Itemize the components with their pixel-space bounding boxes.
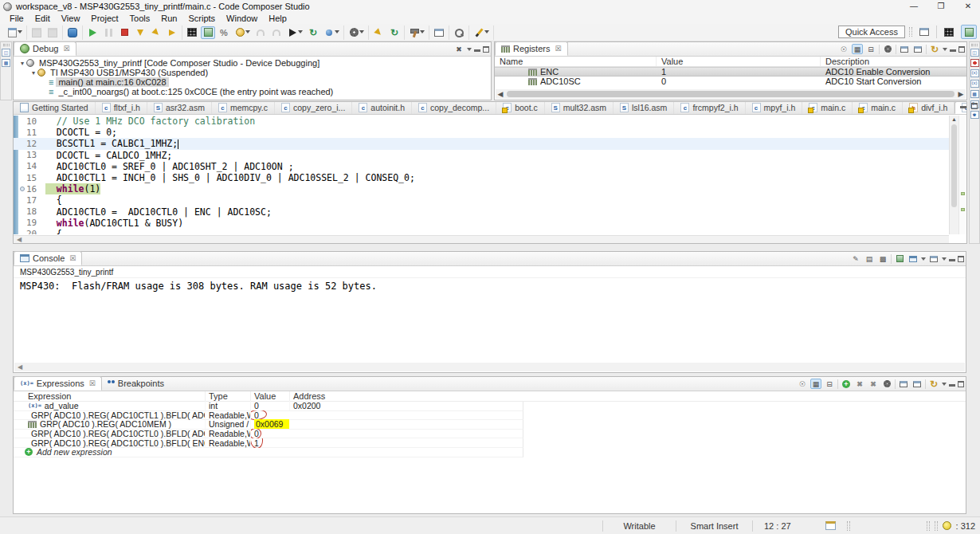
tree-mode-icon[interactable]: ▦ — [852, 44, 863, 54]
minimize-editor-icon[interactable] — [960, 106, 966, 108]
build-hammer-icon[interactable] — [407, 26, 421, 39]
remove-all-expressions-icon[interactable]: ✖ — [868, 379, 879, 389]
pin-view-icon[interactable]: ☉ — [838, 44, 849, 54]
redo-step-icon[interactable]: ↻ — [387, 26, 402, 39]
restore-pane-icon[interactable]: ◫ — [970, 49, 979, 57]
console-window-icon[interactable] — [432, 26, 446, 39]
refresh-registers-icon[interactable] — [882, 44, 893, 54]
menu-file[interactable]: File — [4, 14, 29, 23]
close-icon[interactable]: ☒ — [555, 45, 561, 53]
import-icon[interactable] — [898, 379, 909, 389]
code-line[interactable]: 16 while(1) — [14, 183, 949, 194]
terminate-icon[interactable] — [117, 26, 131, 39]
debug-tree-item[interactable]: ▾MSP430G2553_tiny_printf [Code Composer … — [15, 58, 491, 68]
clear-console-icon[interactable]: ✎ — [850, 253, 861, 264]
expression-row[interactable]: GRP( ADC10 ).REG( ADC10CTL1 ).BFLD( ADC1… — [14, 411, 523, 421]
code-line[interactable]: 14 ADC10CTL0 = SREF_0 | ADC10SHT_2 | ADC… — [14, 161, 949, 172]
expression-row[interactable]: GRP( ADC10 ).REG( ADC10CTL0 ).BFLD( ENC … — [14, 438, 523, 448]
editor-tab-copy-zero-i---[interactable]: ccopy_zero_i... — [275, 102, 352, 114]
ccs-debug-perspective-icon[interactable] — [961, 25, 977, 39]
menu-scripts[interactable]: Scripts — [182, 14, 221, 23]
save-all-icon[interactable] — [45, 26, 60, 39]
settings-gear-icon[interactable] — [347, 26, 361, 39]
strip-handle[interactable] — [971, 44, 978, 46]
maximize-editor-icon[interactable] — [971, 103, 978, 109]
maximize-view-icon[interactable] — [958, 381, 964, 387]
column-type[interactable]: Type — [205, 391, 250, 401]
close-icon[interactable]: ☒ — [63, 45, 69, 53]
minimize-view-icon[interactable] — [950, 49, 956, 52]
target-config-view-icon[interactable]: ♚ — [970, 111, 979, 119]
debug-tree-item[interactable]: ≡main() at main.c:16 0xC028 — [15, 77, 491, 87]
step-return-icon[interactable] — [165, 26, 179, 39]
editor-tab-lsl16-asm[interactable]: Slsl16.asm — [613, 102, 674, 114]
column-value[interactable]: Value — [657, 57, 821, 66]
strip-handle[interactable] — [3, 44, 10, 46]
tab-expressions[interactable]: (x)= Expressions ☒ — [14, 376, 102, 391]
menu-run[interactable]: Run — [155, 14, 182, 23]
maximize-view-icon[interactable] — [958, 46, 965, 53]
editor-tab-frcmpyf2-i-h[interactable]: cfrcmpyf2_i.h — [674, 102, 745, 114]
resume-icon[interactable] — [85, 26, 100, 39]
breakpoints-view-icon[interactable] — [970, 59, 979, 67]
save-icon[interactable] — [29, 26, 44, 39]
replay-icon[interactable] — [269, 26, 284, 39]
variables-view-icon[interactable]: (x) — [970, 69, 979, 77]
expression-row[interactable]: GRP( ADC10 ).REG( ADC10CTL0 ).BFLD( ADC1… — [14, 430, 523, 439]
step-over-icon[interactable] — [149, 26, 163, 39]
collapse-icon[interactable]: ▾ — [29, 69, 37, 77]
restore-pane-icon[interactable]: ◫ — [2, 49, 10, 57]
scroll-lock-icon[interactable]: ▤ — [864, 253, 875, 264]
editor-tab-mult32-asm[interactable]: Smult32.asm — [545, 102, 613, 114]
editor-tab-autoinit-h[interactable]: cautoinit.h — [352, 102, 412, 114]
column-value[interactable]: Value — [250, 391, 289, 401]
editor-overview-ruler[interactable] — [958, 116, 966, 234]
auto-update-icon[interactable]: ↻ — [928, 379, 939, 389]
menu-project[interactable]: Project — [85, 14, 123, 23]
auto-update-icon[interactable]: ↻ — [929, 44, 940, 54]
debug-config-icon[interactable] — [65, 26, 80, 39]
refresh-expressions-icon[interactable] — [881, 379, 892, 389]
heap-status-icon[interactable] — [943, 521, 951, 530]
minimize-view-icon[interactable] — [949, 259, 955, 261]
editor-tab-memcpy-c[interactable]: cmemcpy.c — [212, 102, 275, 114]
open-console-icon[interactable] — [928, 253, 939, 264]
column-expression[interactable]: Expression — [14, 391, 205, 401]
suspend-icon[interactable] — [101, 26, 116, 39]
close-icon[interactable]: ☒ — [69, 254, 76, 262]
debug-tree-item[interactable]: ▾TI MSP430 USB1/MSP430 (Suspended) — [15, 68, 491, 77]
link-with-editor-icon[interactable]: % — [217, 26, 231, 39]
display-console-menu-icon[interactable] — [921, 257, 926, 261]
editor-hscrollbar[interactable]: ◀ — [14, 235, 949, 243]
rewind-icon[interactable] — [253, 26, 268, 39]
minimize-view-icon[interactable] — [474, 49, 480, 52]
connect-target-icon[interactable] — [201, 26, 215, 39]
refresh-icon[interactable]: ↻ — [306, 26, 320, 39]
close-icon[interactable]: ☒ — [89, 379, 96, 387]
import-icon[interactable] — [899, 44, 910, 54]
layout-icon[interactable]: ▦ — [810, 379, 821, 389]
editor-tab-fltxf-i-h[interactable]: cfltxf_i.h — [96, 102, 147, 114]
pin-console-icon[interactable] — [894, 253, 905, 264]
code-line[interactable]: 10 // Use 1 MHz DCO factory calibration — [14, 116, 949, 127]
register-row[interactable]: ENC1ADC10 Enable Conversion — [495, 67, 966, 77]
tab-console[interactable]: Console ☒ — [14, 251, 82, 265]
menu-view[interactable]: View — [56, 14, 86, 23]
add-expression-icon[interactable]: + — [841, 379, 852, 389]
annotation-pencil-icon[interactable] — [472, 26, 486, 39]
debug-tree-item[interactable]: ≡_c_int00_noargs() at boot.c:125 0xC0CE … — [15, 87, 491, 96]
new-wizard-icon[interactable] — [5, 26, 19, 39]
project-explorer-view-icon[interactable]: ▩ — [2, 59, 10, 67]
open-console-menu-icon[interactable] — [942, 257, 947, 261]
code-line[interactable]: 18 ADC10CTL0 = ADC10CTL0 | ENC | ADC10SC… — [14, 206, 949, 218]
code-line[interactable]: 11 DCOCTL = 0; — [14, 127, 949, 138]
editor-vscrollbar[interactable]: ▲ — [949, 116, 958, 234]
column-name[interactable]: Name — [495, 57, 657, 66]
editor-tab-asr32-asm[interactable]: Sasr32.asm — [147, 102, 212, 114]
column-address[interactable]: Address — [289, 391, 523, 401]
export-icon[interactable] — [911, 379, 923, 389]
editor-tab-copy-decomp---[interactable]: ccopy_decomp... — [412, 102, 496, 114]
flash-icon[interactable] — [285, 26, 300, 39]
view-menu-icon[interactable] — [943, 48, 947, 51]
menu-help[interactable]: Help — [263, 14, 292, 23]
